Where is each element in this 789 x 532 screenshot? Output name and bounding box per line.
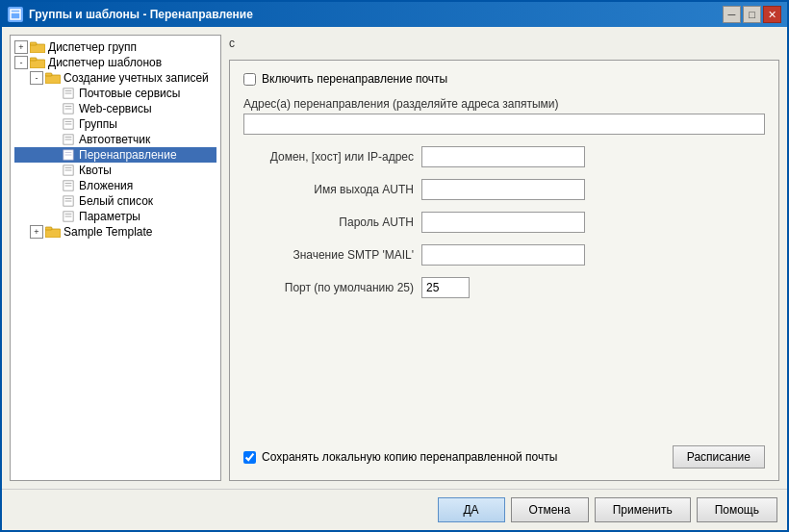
sidebar-item-create-accounts[interactable]: - Создание учетных записей (14, 70, 216, 86)
doc-icon-web (61, 103, 76, 114)
enable-forwarding-label: Включить перенаправление почты (262, 72, 447, 86)
spacer (243, 310, 765, 430)
svg-rect-5 (30, 58, 37, 61)
sidebar-item-autoresponder[interactable]: Автоответчик (14, 132, 216, 147)
help-button[interactable]: Помощь (697, 497, 777, 522)
sidebar-item-quotas[interactable]: Квоты (14, 163, 216, 178)
domain-row: Домен, [хост] или IP-адрес (243, 146, 765, 167)
content-area: + Диспетчер групп - Диспетчер шаблонов -… (2, 27, 787, 489)
title-bar-left: Группы и шаблоны - Перенаправление (8, 7, 253, 22)
addr-input[interactable] (243, 114, 765, 135)
smtp-mail-input[interactable] (421, 244, 585, 266)
label-web-services: Web-сервисы (79, 102, 152, 115)
expander-group-manager[interactable]: + (14, 40, 28, 54)
auth-login-input[interactable] (421, 179, 585, 200)
window-icon (8, 7, 23, 22)
svg-rect-36 (45, 227, 52, 230)
address-section: Адрес(а) перенаправления (разделяйте адр… (243, 97, 765, 135)
sidebar-item-whitelist[interactable]: Белый список (14, 193, 216, 209)
schedule-button[interactable]: Расписание (673, 445, 765, 469)
label-quotas: Квоты (79, 164, 112, 177)
window-controls: ─ □ ✕ (723, 6, 781, 23)
footer: ДА Отмена Применить Помощь (2, 489, 787, 530)
auth-pass-input[interactable] (421, 212, 585, 233)
auth-pass-row: Пароль AUTH (243, 212, 765, 233)
minimize-button[interactable]: ─ (723, 6, 741, 23)
sidebar-item-attachments[interactable]: Вложения (14, 178, 216, 193)
sidebar-item-sample-template[interactable]: + Sample Template (14, 224, 216, 240)
sidebar-item-group-manager[interactable]: + Диспетчер групп (14, 39, 216, 55)
domain-input[interactable] (421, 146, 585, 167)
label-mail-services: Почтовые сервисы (79, 87, 180, 100)
sidebar-item-template-manager[interactable]: - Диспетчер шаблонов (14, 55, 216, 70)
domain-label: Домен, [хост] или IP-адрес (243, 150, 421, 164)
auth-login-label: Имя выхода AUTH (243, 183, 421, 196)
save-copy-label: Сохранять локальную копию перенаправленн… (262, 450, 557, 464)
svg-rect-35 (45, 229, 61, 238)
sidebar-item-mail-services[interactable]: Почтовые сервисы (14, 86, 216, 101)
doc-icon-mail (61, 88, 76, 99)
label-group-manager: Диспетчер групп (48, 40, 137, 54)
enable-forwarding-checkbox[interactable] (243, 73, 256, 86)
save-copy-row: Сохранять локальную копию перенаправленн… (243, 450, 557, 464)
folder-icon-sample (45, 226, 61, 238)
doc-icon-groups (61, 118, 76, 130)
main-header: с (229, 35, 779, 50)
tree-panel[interactable]: + Диспетчер групп - Диспетчер шаблонов -… (10, 35, 221, 481)
doc-icon-forward (61, 149, 76, 161)
label-sample-template: Sample Template (64, 225, 153, 239)
smtp-mail-row: Значение SMTP 'MAIL' (243, 244, 765, 266)
enable-forwarding-row: Включить перенаправление почты (243, 72, 765, 86)
svg-rect-3 (30, 42, 37, 45)
doc-icon-white (61, 195, 76, 207)
svg-rect-0 (11, 10, 20, 19)
port-input[interactable]: 25 (421, 277, 470, 298)
addr-label: Адрес(а) перенаправления (разделяйте адр… (243, 97, 765, 111)
apply-button[interactable]: Применить (595, 497, 691, 522)
doc-icon-attach (61, 180, 76, 191)
port-label: Порт (по умолчанию 25) (243, 281, 421, 294)
folder-icon-2 (30, 57, 45, 68)
bottom-row: Сохранять локальную копию перенаправленн… (243, 438, 765, 469)
window-title: Группы и шаблоны - Перенаправление (29, 8, 253, 21)
smtp-mail-label: Значение SMTP 'MAIL' (243, 248, 421, 262)
cancel-button[interactable]: Отмена (511, 497, 589, 522)
label-attachments: Вложения (79, 179, 133, 192)
main-window: Группы и шаблоны - Перенаправление ─ □ ✕… (0, 0, 789, 532)
port-row: Порт (по умолчанию 25) 25 (243, 277, 765, 298)
sidebar-item-web-services[interactable]: Web-сервисы (14, 101, 216, 116)
title-bar: Группы и шаблоны - Перенаправление ─ □ ✕ (2, 2, 787, 27)
auth-login-row: Имя выхода AUTH (243, 179, 765, 200)
label-template-manager: Диспетчер шаблонов (48, 56, 162, 69)
sidebar-item-forwarding[interactable]: Перенаправление (14, 147, 216, 163)
main-panel: с Включить перенаправление почты Адрес(а… (229, 35, 779, 481)
label-whitelist: Белый список (79, 194, 153, 208)
label-params: Параметры (79, 210, 140, 223)
expander-create-accounts[interactable]: - (30, 71, 43, 85)
expander-sample-template[interactable]: + (30, 225, 43, 239)
label-groups: Группы (79, 117, 117, 131)
folder-icon-3 (45, 72, 61, 84)
save-copy-checkbox[interactable] (243, 451, 256, 464)
label-autoresponder: Автоответчик (79, 133, 150, 146)
close-button[interactable]: ✕ (763, 6, 781, 23)
maximize-button[interactable]: □ (743, 6, 761, 23)
label-forwarding: Перенаправление (79, 148, 177, 162)
expander-template-manager[interactable]: - (14, 56, 28, 69)
doc-icon-quotas (61, 165, 76, 176)
label-create-accounts: Создание учетных записей (64, 71, 209, 85)
doc-icon-auto (61, 134, 76, 145)
auth-pass-label: Пароль AUTH (243, 215, 421, 229)
sidebar-item-groups[interactable]: Группы (14, 116, 216, 132)
doc-icon-params (61, 211, 76, 222)
form-area: Включить перенаправление почты Адрес(а) … (229, 60, 779, 481)
folder-icon (30, 41, 45, 53)
ok-button[interactable]: ДА (438, 497, 505, 522)
svg-rect-7 (45, 73, 52, 76)
sidebar-item-params[interactable]: Параметры (14, 209, 216, 224)
